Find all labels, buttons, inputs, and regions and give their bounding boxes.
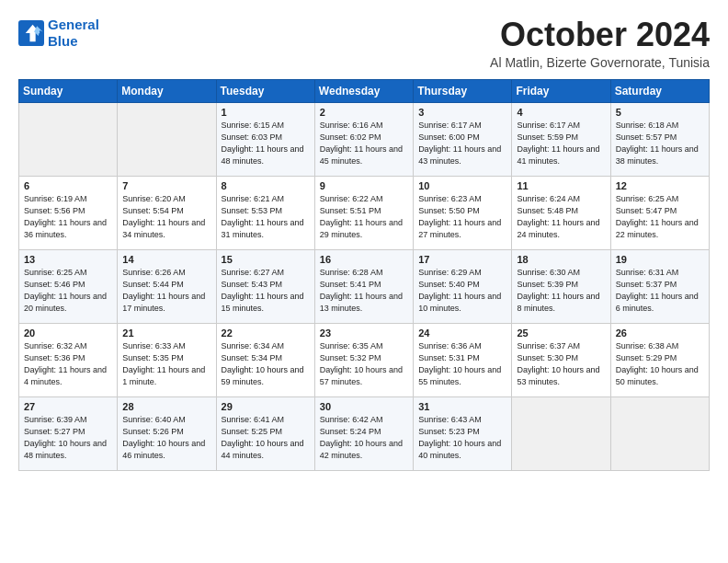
day-info: Sunrise: 6:26 AM Sunset: 5:44 PM Dayligh… (122, 267, 210, 315)
weekday-header-sunday: Sunday (19, 79, 118, 102)
calendar-week-1: 1Sunrise: 6:15 AM Sunset: 6:03 PM Daylig… (19, 102, 710, 176)
calendar-week-3: 13Sunrise: 6:25 AM Sunset: 5:46 PM Dayli… (19, 249, 710, 323)
title-block: October 2024 Al Matlin, Bizerte Governor… (490, 17, 710, 70)
calendar-cell: 24Sunrise: 6:36 AM Sunset: 5:31 PM Dayli… (414, 323, 512, 396)
day-number: 20 (24, 327, 112, 339)
day-number: 28 (122, 401, 210, 412)
day-info: Sunrise: 6:43 AM Sunset: 5:23 PM Dayligh… (418, 414, 506, 462)
day-info: Sunrise: 6:32 AM Sunset: 5:36 PM Dayligh… (24, 340, 112, 388)
calendar-cell: 17Sunrise: 6:29 AM Sunset: 5:40 PM Dayli… (414, 249, 512, 323)
location-title: Al Matlin, Bizerte Governorate, Tunisia (490, 55, 710, 70)
day-info: Sunrise: 6:34 AM Sunset: 5:34 PM Dayligh… (222, 340, 310, 388)
day-number: 25 (517, 327, 605, 339)
day-number: 29 (222, 401, 310, 412)
calendar-cell: 31Sunrise: 6:43 AM Sunset: 5:23 PM Dayli… (414, 396, 512, 470)
day-number: 15 (222, 254, 310, 265)
weekday-header-row: SundayMondayTuesdayWednesdayThursdayFrid… (19, 79, 710, 102)
day-info: Sunrise: 6:37 AM Sunset: 5:30 PM Dayligh… (517, 340, 605, 388)
day-number: 19 (616, 254, 704, 265)
day-number: 21 (122, 327, 210, 339)
day-number: 30 (320, 401, 408, 412)
calendar-cell: 13Sunrise: 6:25 AM Sunset: 5:46 PM Dayli… (19, 249, 118, 323)
day-number: 24 (418, 327, 506, 339)
day-info: Sunrise: 6:17 AM Sunset: 6:00 PM Dayligh… (418, 120, 506, 167)
day-number: 14 (122, 254, 210, 265)
calendar-cell (19, 102, 118, 176)
logo-text: General Blue (48, 17, 99, 50)
day-number: 26 (616, 327, 704, 339)
weekday-header-tuesday: Tuesday (216, 79, 314, 102)
calendar-cell: 26Sunrise: 6:38 AM Sunset: 5:29 PM Dayli… (610, 323, 709, 396)
day-info: Sunrise: 6:28 AM Sunset: 5:41 PM Dayligh… (320, 267, 408, 315)
day-info: Sunrise: 6:16 AM Sunset: 6:02 PM Dayligh… (320, 120, 408, 167)
day-number: 4 (517, 107, 605, 118)
calendar-cell: 1Sunrise: 6:15 AM Sunset: 6:03 PM Daylig… (216, 102, 314, 176)
day-number: 3 (418, 107, 506, 118)
month-title: October 2024 (490, 17, 710, 53)
day-info: Sunrise: 6:24 AM Sunset: 5:48 PM Dayligh… (517, 193, 605, 241)
day-number: 23 (320, 327, 408, 339)
day-number: 31 (418, 401, 506, 412)
day-number: 2 (320, 107, 408, 118)
day-info: Sunrise: 6:17 AM Sunset: 5:59 PM Dayligh… (517, 120, 605, 167)
calendar-week-4: 20Sunrise: 6:32 AM Sunset: 5:36 PM Dayli… (19, 323, 710, 396)
calendar-cell: 12Sunrise: 6:25 AM Sunset: 5:47 PM Dayli… (610, 176, 709, 249)
calendar-cell: 19Sunrise: 6:31 AM Sunset: 5:37 PM Dayli… (610, 249, 709, 323)
day-info: Sunrise: 6:29 AM Sunset: 5:40 PM Dayligh… (418, 267, 506, 315)
calendar-cell: 9Sunrise: 6:22 AM Sunset: 5:51 PM Daylig… (314, 176, 413, 249)
calendar-cell (118, 102, 216, 176)
calendar-cell: 28Sunrise: 6:40 AM Sunset: 5:26 PM Dayli… (118, 396, 216, 470)
calendar-cell: 6Sunrise: 6:19 AM Sunset: 5:56 PM Daylig… (19, 176, 118, 249)
day-number: 11 (517, 180, 605, 191)
day-number: 16 (320, 254, 408, 265)
calendar-cell: 7Sunrise: 6:20 AM Sunset: 5:54 PM Daylig… (118, 176, 216, 249)
logo: General Blue (18, 17, 99, 50)
logo-line2: Blue (48, 33, 78, 49)
calendar-cell: 2Sunrise: 6:16 AM Sunset: 6:02 PM Daylig… (314, 102, 413, 176)
calendar-cell: 15Sunrise: 6:27 AM Sunset: 5:43 PM Dayli… (216, 249, 314, 323)
calendar-cell: 22Sunrise: 6:34 AM Sunset: 5:34 PM Dayli… (216, 323, 314, 396)
day-info: Sunrise: 6:25 AM Sunset: 5:47 PM Dayligh… (616, 193, 704, 241)
calendar-header: SundayMondayTuesdayWednesdayThursdayFrid… (19, 79, 710, 102)
day-number: 13 (24, 254, 112, 265)
day-number: 18 (517, 254, 605, 265)
calendar-cell (610, 396, 709, 470)
header: General Blue October 2024 Al Matlin, Biz… (18, 17, 710, 70)
calendar-cell: 23Sunrise: 6:35 AM Sunset: 5:32 PM Dayli… (314, 323, 413, 396)
calendar-cell: 16Sunrise: 6:28 AM Sunset: 5:41 PM Dayli… (314, 249, 413, 323)
day-number: 10 (418, 180, 506, 191)
calendar-table: SundayMondayTuesdayWednesdayThursdayFrid… (18, 79, 710, 471)
day-info: Sunrise: 6:23 AM Sunset: 5:50 PM Dayligh… (418, 193, 506, 241)
day-number: 22 (222, 327, 310, 339)
calendar-cell: 29Sunrise: 6:41 AM Sunset: 5:25 PM Dayli… (216, 396, 314, 470)
day-number: 8 (222, 180, 310, 191)
weekday-header-saturday: Saturday (610, 79, 709, 102)
day-info: Sunrise: 6:39 AM Sunset: 5:27 PM Dayligh… (24, 414, 112, 462)
calendar-cell: 8Sunrise: 6:21 AM Sunset: 5:53 PM Daylig… (216, 176, 314, 249)
day-info: Sunrise: 6:40 AM Sunset: 5:26 PM Dayligh… (122, 414, 210, 462)
day-info: Sunrise: 6:42 AM Sunset: 5:24 PM Dayligh… (320, 414, 408, 462)
calendar-cell: 30Sunrise: 6:42 AM Sunset: 5:24 PM Dayli… (314, 396, 413, 470)
calendar-cell: 3Sunrise: 6:17 AM Sunset: 6:00 PM Daylig… (414, 102, 512, 176)
day-info: Sunrise: 6:15 AM Sunset: 6:03 PM Dayligh… (222, 120, 310, 167)
day-number: 12 (616, 180, 704, 191)
calendar-week-2: 6Sunrise: 6:19 AM Sunset: 5:56 PM Daylig… (19, 176, 710, 249)
day-info: Sunrise: 6:36 AM Sunset: 5:31 PM Dayligh… (418, 340, 506, 388)
day-info: Sunrise: 6:35 AM Sunset: 5:32 PM Dayligh… (320, 340, 408, 388)
calendar-cell: 5Sunrise: 6:18 AM Sunset: 5:57 PM Daylig… (610, 102, 709, 176)
weekday-header-thursday: Thursday (414, 79, 512, 102)
day-info: Sunrise: 6:33 AM Sunset: 5:35 PM Dayligh… (122, 340, 210, 388)
day-info: Sunrise: 6:21 AM Sunset: 5:53 PM Dayligh… (222, 193, 310, 241)
calendar-cell: 18Sunrise: 6:30 AM Sunset: 5:39 PM Dayli… (512, 249, 610, 323)
weekday-header-friday: Friday (512, 79, 610, 102)
day-info: Sunrise: 6:30 AM Sunset: 5:39 PM Dayligh… (517, 267, 605, 315)
day-info: Sunrise: 6:25 AM Sunset: 5:46 PM Dayligh… (24, 267, 112, 315)
calendar-cell: 4Sunrise: 6:17 AM Sunset: 5:59 PM Daylig… (512, 102, 610, 176)
weekday-header-monday: Monday (118, 79, 216, 102)
calendar-cell (512, 396, 610, 470)
day-info: Sunrise: 6:41 AM Sunset: 5:25 PM Dayligh… (222, 414, 310, 462)
day-number: 5 (616, 107, 704, 118)
calendar-body: 1Sunrise: 6:15 AM Sunset: 6:03 PM Daylig… (19, 102, 710, 470)
day-number: 27 (24, 401, 112, 412)
day-info: Sunrise: 6:22 AM Sunset: 5:51 PM Dayligh… (320, 193, 408, 241)
